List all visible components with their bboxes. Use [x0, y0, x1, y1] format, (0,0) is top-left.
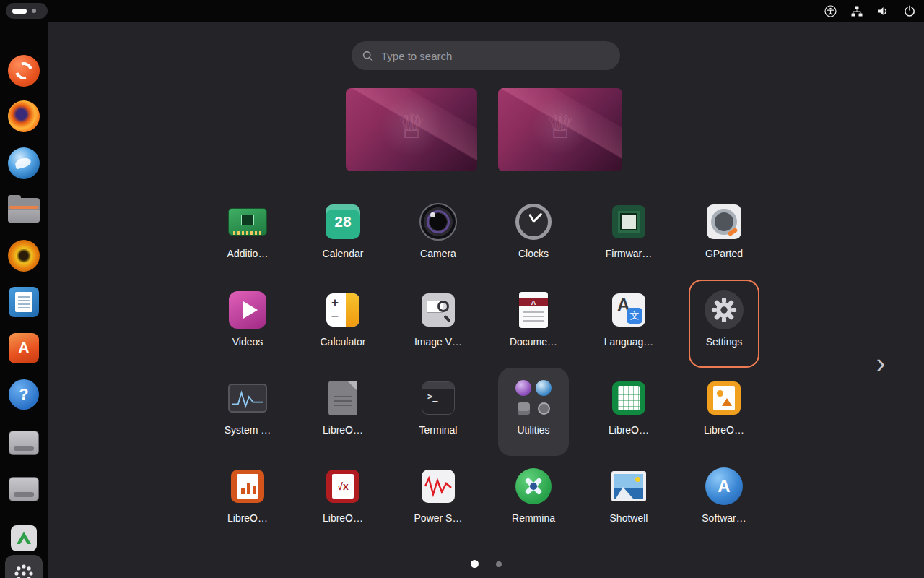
page-dot[interactable]: [496, 561, 502, 567]
app-label: Firmwar…: [606, 248, 653, 259]
trash-icon: [11, 525, 37, 551]
app-libreoffice-startcenter[interactable]: LibreO…: [308, 368, 378, 456]
app-remmina[interactable]: Remmina: [498, 456, 569, 544]
dock-item-drive-1[interactable]: [8, 427, 40, 459]
app-camera[interactable]: Camera: [403, 191, 474, 280]
external-drive-icon: [9, 431, 39, 455]
app-label: Image V…: [414, 336, 462, 348]
wallpaper-crown-emblem: ♕: [498, 107, 622, 146]
files-folder-icon: [8, 195, 40, 223]
app-settings[interactable]: Settings: [689, 280, 759, 368]
app-label: Terminal: [419, 424, 458, 436]
system-monitor-app-icon: [227, 378, 268, 418]
utilities-folder-icon: [513, 378, 554, 418]
language-support-app-icon: A 文: [609, 290, 649, 330]
dock-item-software-updater[interactable]: [8, 55, 40, 87]
firefox-icon: [8, 100, 40, 132]
calendar-app-icon: 28: [323, 202, 363, 242]
app-calendar[interactable]: 28 Calendar: [308, 191, 378, 280]
gparted-app-icon: [704, 202, 744, 242]
app-document-viewer[interactable]: A Docume…: [498, 280, 569, 368]
dock-item-rhythmbox[interactable]: [8, 240, 40, 272]
app-label: LibreO…: [227, 512, 268, 524]
dock-item-firefox[interactable]: [8, 100, 40, 132]
dock-item-thunderbird[interactable]: [8, 147, 40, 179]
app-label: Languag…: [604, 336, 654, 348]
app-label: LibreO…: [609, 424, 649, 436]
libreoffice-draw-app-icon: [704, 378, 744, 418]
app-terminal[interactable]: >_ Terminal: [403, 368, 474, 456]
dock-item-drive-2[interactable]: [8, 473, 40, 505]
dock-item-app-center[interactable]: A: [8, 332, 40, 364]
dock-item-trash[interactable]: [8, 522, 40, 554]
remmina-app-icon: [513, 466, 554, 506]
app-center-icon: A: [9, 333, 39, 363]
app-label: Videos: [232, 336, 263, 348]
app-clocks[interactable]: Clocks: [498, 191, 569, 280]
app-libreoffice-math[interactable]: √x LibreO…: [308, 456, 378, 544]
workspace-indicator[interactable]: [6, 3, 48, 19]
app-label: GParted: [705, 248, 743, 259]
shotwell-app-icon: [609, 466, 649, 506]
power-icon[interactable]: [904, 5, 915, 17]
app-folder-utilities[interactable]: Utilities: [498, 368, 569, 456]
app-label: Additio…: [227, 248, 269, 259]
folder-mini-icon: [538, 402, 550, 415]
app-system-monitor[interactable]: System …: [212, 368, 283, 456]
app-power-statistics[interactable]: Power S…: [403, 456, 474, 544]
show-applications-button[interactable]: [5, 555, 43, 578]
external-drive-icon: [9, 477, 39, 501]
app-label: Calculator: [320, 336, 365, 348]
software-updater-icon: [8, 55, 40, 87]
app-image-viewer[interactable]: Image V…: [403, 280, 474, 368]
next-page-chevron-icon[interactable]: ›: [869, 347, 892, 381]
app-libreoffice-draw[interactable]: LibreO…: [689, 368, 759, 456]
workspace-thumbnail-1[interactable]: ♕: [346, 88, 477, 171]
app-label: Camera: [420, 248, 456, 259]
app-shotwell[interactable]: Shotwell: [593, 456, 664, 544]
search-input[interactable]: [380, 49, 609, 63]
app-additional-drivers[interactable]: Additio…: [212, 191, 283, 280]
libreoffice-calc-app-icon: [609, 378, 649, 418]
app-label: System …: [225, 424, 271, 436]
app-libreoffice-impress[interactable]: LibreO…: [212, 456, 283, 544]
workspace-thumbnail-2[interactable]: ♕: [498, 88, 622, 171]
libreoffice-startcenter-app-icon: [323, 378, 363, 418]
accessibility-icon[interactable]: [824, 5, 837, 17]
workspace-active-pill-icon: [12, 9, 27, 14]
app-language-support[interactable]: A 文 Languag…: [593, 280, 664, 368]
software-app-icon: A: [704, 466, 744, 506]
search-icon: [362, 51, 373, 61]
app-label: Power S…: [414, 512, 463, 524]
help-question-mark: ?: [19, 385, 28, 404]
page-dot-active[interactable]: [471, 560, 479, 568]
thunderbird-icon: [8, 147, 40, 179]
page-indicator: [48, 560, 924, 568]
network-icon[interactable]: [851, 6, 863, 17]
terminal-app-icon: >_: [418, 378, 458, 418]
app-videos[interactable]: Videos: [212, 280, 283, 368]
gear-icon: [711, 297, 737, 323]
dock-item-files[interactable]: [8, 193, 40, 225]
power-statistics-app-icon: [418, 466, 458, 506]
dock: A ?: [0, 22, 48, 578]
search-bar[interactable]: [352, 41, 620, 70]
app-software[interactable]: A Softwar…: [689, 456, 759, 544]
app-label: LibreO…: [323, 424, 363, 436]
app-label: Utilities: [517, 424, 549, 436]
volume-icon[interactable]: [877, 6, 889, 17]
libreoffice-writer-icon: [9, 287, 39, 317]
folder-mini-icon: [515, 380, 531, 396]
app-firmware[interactable]: Firmwar…: [593, 191, 664, 280]
image-viewer-app-icon: [418, 290, 458, 330]
dock-item-help[interactable]: ?: [8, 379, 40, 410]
app-gparted[interactable]: GParted: [689, 191, 759, 280]
dock-item-libreoffice-writer[interactable]: [8, 286, 40, 318]
app-label: Clocks: [518, 248, 549, 259]
activities-overview: Feb 10 20:54: [0, 0, 924, 578]
app-calculator[interactable]: +− Calculator: [308, 280, 378, 368]
app-libreoffice-calc[interactable]: LibreO…: [593, 368, 664, 456]
app-label: Softwar…: [702, 512, 746, 524]
libreoffice-impress-app-icon: [227, 466, 268, 506]
app-label: Settings: [706, 336, 743, 348]
